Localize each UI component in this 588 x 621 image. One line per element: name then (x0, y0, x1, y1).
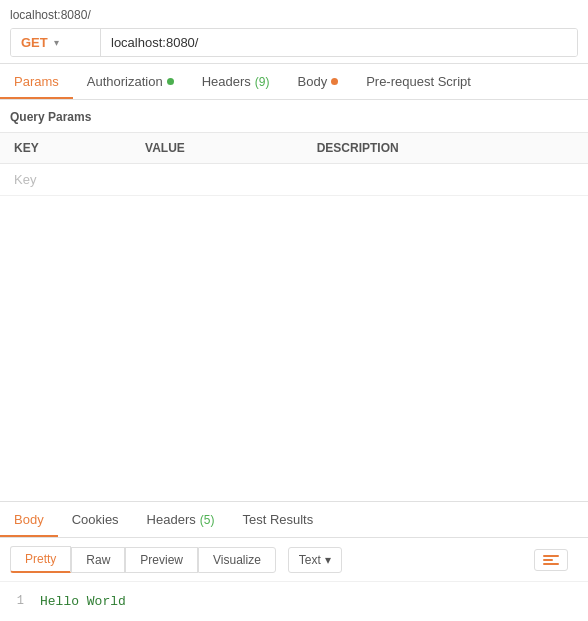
headers-badge: (9) (255, 75, 270, 89)
tab-response-body[interactable]: Body (0, 502, 58, 537)
col-key-header: KEY (0, 133, 131, 164)
response-section: Body Cookies Headers (5) Test Results Pr… (0, 501, 588, 621)
wrap-line-2 (543, 559, 553, 561)
raw-button[interactable]: Raw (71, 547, 125, 573)
url-input[interactable] (101, 29, 577, 56)
spacer (0, 196, 588, 501)
method-label: GET (21, 35, 48, 50)
key-placeholder[interactable]: Key (0, 164, 131, 196)
authorization-dot (167, 78, 174, 85)
body-dot (331, 78, 338, 85)
tab-prerequest-label: Pre-request Script (366, 74, 471, 89)
tab-cookies[interactable]: Cookies (58, 502, 133, 537)
url-row: GET ▾ (10, 28, 578, 57)
wrap-line-3 (543, 563, 559, 565)
wrap-line-1 (543, 555, 559, 557)
tab-params[interactable]: Params (0, 64, 73, 99)
tab-response-headers-label: Headers (147, 512, 196, 527)
tab-response-headers[interactable]: Headers (5) (133, 502, 229, 537)
query-params-title: Query Params (0, 100, 588, 133)
table-row: Key (0, 164, 588, 196)
desc-cell[interactable] (303, 164, 588, 196)
wrap-lines-button[interactable] (534, 549, 568, 571)
preview-button[interactable]: Preview (125, 547, 198, 573)
text-format-label: Text (299, 553, 321, 567)
tab-cookies-label: Cookies (72, 512, 119, 527)
tab-headers[interactable]: Headers (9) (188, 64, 284, 99)
tab-response-body-label: Body (14, 512, 44, 527)
response-tabs: Body Cookies Headers (5) Test Results (0, 502, 588, 538)
params-table: KEY VALUE DESCRIPTION Key (0, 133, 588, 196)
tab-headers-label: Headers (202, 74, 251, 89)
tab-authorization-label: Authorization (87, 74, 163, 89)
line-number: 1 (0, 594, 40, 609)
url-bar: localhost:8080/ GET ▾ (0, 0, 588, 64)
value-cell[interactable] (131, 164, 303, 196)
url-title: localhost:8080/ (10, 8, 578, 22)
text-format-chevron-icon: ▾ (325, 553, 331, 567)
tab-body-label: Body (298, 74, 328, 89)
tab-test-results[interactable]: Test Results (228, 502, 327, 537)
tab-params-label: Params (14, 74, 59, 89)
text-format-dropdown[interactable]: Text ▾ (288, 547, 342, 573)
tab-prerequest[interactable]: Pre-request Script (352, 64, 485, 99)
tab-authorization[interactable]: Authorization (73, 64, 188, 99)
method-selector[interactable]: GET ▾ (11, 29, 101, 56)
code-line: 1 Hello World (0, 592, 588, 611)
chevron-down-icon: ▾ (54, 37, 59, 48)
col-value-header: VALUE (131, 133, 303, 164)
request-tabs: Params Authorization Headers (9) Body Pr… (0, 64, 588, 100)
col-desc-header: DESCRIPTION (303, 133, 588, 164)
line-content: Hello World (40, 594, 126, 609)
tab-test-results-label: Test Results (242, 512, 313, 527)
app-container: localhost:8080/ GET ▾ Params Authorizati… (0, 0, 588, 621)
response-toolbar: Pretty Raw Preview Visualize Text ▾ (0, 538, 588, 582)
response-body: 1 Hello World (0, 582, 588, 621)
tab-body[interactable]: Body (284, 64, 353, 99)
response-headers-badge: (5) (200, 513, 215, 527)
pretty-button[interactable]: Pretty (10, 546, 71, 573)
visualize-button[interactable]: Visualize (198, 547, 276, 573)
